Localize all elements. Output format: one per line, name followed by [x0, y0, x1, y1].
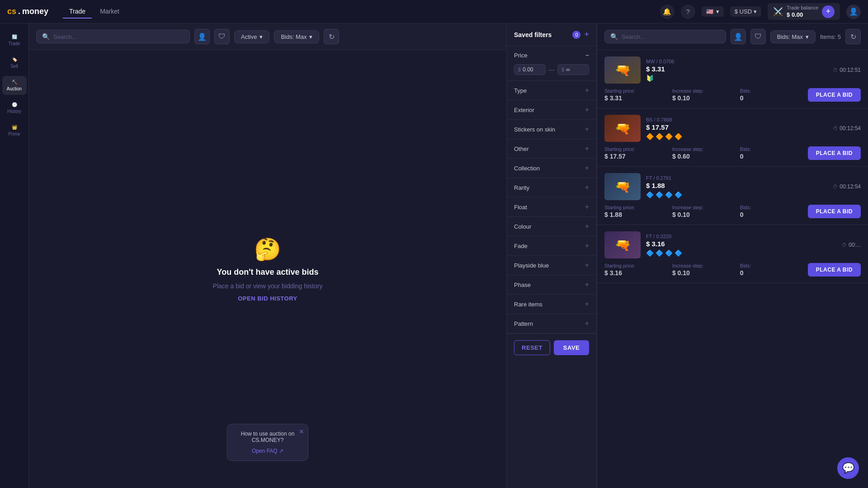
price-max-input[interactable]: $ [557, 64, 589, 75]
filter-section-colour: Colour + [507, 217, 596, 236]
filter-section-header-phase[interactable]: Phase + [507, 275, 596, 294]
right-person-filter[interactable]: 👤 [731, 29, 746, 44]
price-inputs: $ — $ [507, 64, 596, 80]
refresh-button[interactable]: ↻ [324, 29, 339, 44]
filter-section-stickers: Stickers on skin + [507, 120, 596, 139]
right-search-input[interactable] [622, 33, 720, 40]
left-sidebar: 🔄 Trade 🏷️ Sell 🔨 Auction 🕐 History 👑 Pr… [0, 23, 29, 488]
filter-plus-icon: + [585, 222, 589, 230]
sidebar-item-sell[interactable]: 🏷️ Sell [2, 53, 27, 72]
search-icon: 🔍 [610, 33, 618, 40]
filter-section-header-float[interactable]: Float + [507, 197, 596, 216]
starting-price-label: Starting price: [604, 146, 665, 152]
filter-header-title: Saved filters [514, 31, 552, 38]
place-bid-button[interactable]: PLACE A BID [808, 88, 861, 102]
currency-selector[interactable]: $ USD ▾ [730, 6, 761, 17]
increase-step-label: Increase step: [672, 88, 733, 94]
filter-section-header-other[interactable]: Other + [507, 139, 596, 158]
filter-plus-icon: + [585, 319, 589, 328]
add-balance-button[interactable]: + [822, 5, 835, 18]
price-min-input[interactable]: $ [514, 64, 546, 75]
open-bid-history-button[interactable]: OPEN BID HISTORY [238, 295, 297, 302]
right-refresh-button[interactable]: ↻ [845, 29, 861, 44]
flag-icon: 🇺🇸 [706, 8, 713, 15]
sticker-icon: 🔷 [646, 249, 654, 257]
right-search-box[interactable]: 🔍 [604, 30, 726, 43]
filter-add-button[interactable]: + [584, 30, 589, 39]
price-max-field[interactable] [566, 66, 585, 73]
item-stickers: 🔰 [646, 75, 827, 82]
filter-section-header-pattern[interactable]: Pattern + [507, 314, 596, 333]
item-price: $ 3.31 [646, 65, 827, 73]
person-filter-button[interactable]: 👤 [194, 29, 210, 44]
filter-section-header-collection[interactable]: Collection + [507, 159, 596, 178]
increase-step-info: Increase step: $ 0.10 [672, 263, 733, 277]
help-button[interactable]: ? [681, 5, 695, 19]
sticker-icon: 🔶 [675, 133, 682, 140]
empty-state: 🤔 You don't have active bids Place a bid… [29, 50, 506, 488]
increase-step-label: Increase step: [672, 146, 733, 152]
bids-count: 0 [740, 269, 801, 277]
bids-count: 0 [740, 211, 801, 218]
sticker-icon: 🔷 [656, 191, 663, 198]
filter-section-header-type[interactable]: Type + [507, 81, 596, 100]
avatar[interactable]: 👤 [846, 5, 861, 19]
open-faq-link[interactable]: Open FAQ ↗ [252, 448, 283, 454]
right-bids-max-dropdown[interactable]: Bids: Max ▾ [770, 30, 816, 43]
filter-section-fade: Fade + [507, 236, 596, 256]
filter-section-label-rarity: Rarity [514, 184, 529, 191]
search-box[interactable]: 🔍 [36, 30, 190, 43]
filter-section-header-playside_blue[interactable]: Playside blue + [507, 256, 596, 275]
sidebar-item-history[interactable]: 🕐 History [2, 99, 27, 117]
item-info: FT / 0.2791 $ 1.88 🔷🔷🔷🔷 [646, 175, 827, 198]
auction-item-top: 🔫 FT / 0.2791 $ 1.88 🔷🔷🔷🔷 ⏱ 00:12:54 [604, 173, 861, 200]
right-shield-filter[interactable]: 🛡 [750, 29, 766, 44]
reset-button[interactable]: RESET [514, 340, 550, 355]
empty-subtitle: Place a bid or view your bidding history [213, 282, 323, 290]
filter-plus-icon: + [585, 261, 589, 269]
bids-max-dropdown[interactable]: Bids: Max ▾ [274, 30, 319, 43]
nav-market[interactable]: Market [94, 5, 126, 19]
chevron-down-icon: ▾ [754, 8, 757, 15]
timer-value: 00:12:54 [840, 183, 861, 190]
filter-section-collection: Collection + [507, 159, 596, 178]
clock-icon: ⏱ [833, 67, 838, 73]
notifications-button[interactable]: 🔔 [660, 5, 675, 19]
filter-section-header-rare_items[interactable]: Rare items + [507, 295, 596, 314]
sticker-icon: 🔶 [646, 133, 654, 140]
filter-section-header-stickers[interactable]: Stickers on skin + [507, 120, 596, 139]
filter-section-header-exterior[interactable]: Exterior + [507, 100, 596, 119]
item-info: MW / 0.0706 $ 3.31 🔰 [646, 59, 827, 82]
filter-plus-icon: + [585, 203, 589, 211]
price-dash: — [548, 66, 555, 73]
sidebar-item-prime[interactable]: 👑 Prime [2, 121, 27, 140]
place-bid-button[interactable]: PLACE A BID [808, 205, 861, 218]
bids-label: Bids: [740, 88, 801, 94]
increase-step-info: Increase step: $ 0.10 [672, 205, 733, 218]
filter-section-header-colour[interactable]: Colour + [507, 217, 596, 236]
search-input[interactable] [53, 33, 184, 40]
place-bid-button[interactable]: PLACE A BID [808, 263, 861, 277]
price-section-header[interactable]: Price − [507, 46, 596, 64]
sticker-icon: 🔶 [665, 133, 673, 140]
shield-filter-button[interactable]: 🛡 [214, 29, 230, 44]
increase-step-value: $ 0.10 [672, 211, 733, 218]
filter-section-header-fade[interactable]: Fade + [507, 236, 596, 255]
tooltip-close-button[interactable]: ✕ [299, 428, 304, 435]
active-dropdown[interactable]: Active ▾ [234, 30, 269, 43]
nav-trade[interactable]: Trade [63, 5, 92, 19]
clock-icon: ⏱ [833, 126, 838, 131]
filter-section-header-rarity[interactable]: Rarity + [507, 178, 596, 197]
starting-price-value: $ 3.31 [604, 94, 665, 102]
place-bid-button[interactable]: PLACE A BID [808, 146, 861, 160]
save-button[interactable]: SAVE [554, 340, 589, 355]
starting-price-info: Starting price: $ 17.57 [604, 146, 665, 160]
chat-button[interactable]: 💬 [837, 457, 859, 479]
logo[interactable]: cs.money [7, 7, 48, 16]
language-selector[interactable]: 🇺🇸 ▾ [702, 6, 724, 17]
price-min-field[interactable] [523, 66, 542, 73]
sidebar-item-trade[interactable]: 🔄 Trade [2, 31, 27, 50]
filter-section-rare_items: Rare items + [507, 295, 596, 314]
sidebar-item-auction[interactable]: 🔨 Auction [2, 76, 27, 95]
sidebar-label-auction: Auction [7, 86, 22, 91]
